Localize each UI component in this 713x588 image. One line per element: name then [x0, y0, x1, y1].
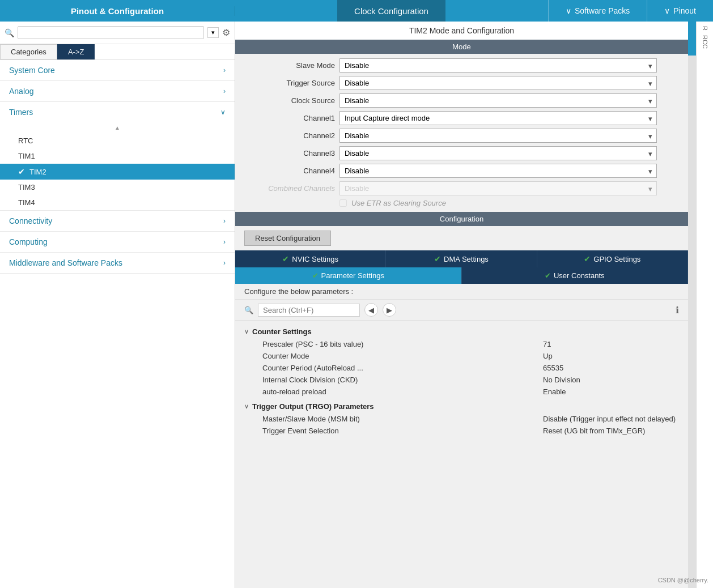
search-next-button[interactable]: ▶ [383, 303, 396, 317]
mode-section: Mode Slave Mode Disable ▾ [235, 40, 688, 212]
params-search-input[interactable] [258, 304, 360, 317]
use-etr-label: Use ETR as Clearing Source [351, 199, 446, 207]
clock-source-row: Clock Source Disable ▾ [244, 93, 679, 108]
channel3-select-wrapper: Disable ▾ [339, 146, 657, 160]
tab-parameter-settings[interactable]: ✔ Parameter Settings [235, 267, 462, 284]
search-icon: 🔍 [244, 306, 253, 314]
check-icon: ✔ [584, 254, 591, 263]
search-prev-button[interactable]: ◀ [364, 303, 378, 317]
section-timers-header[interactable]: Timers ∨ [0, 102, 235, 122]
section-connectivity: Connectivity › [0, 211, 235, 232]
section-analog: Analog › [0, 81, 235, 102]
sidebar-item-rtc[interactable]: RTC [0, 133, 235, 148]
channel1-row: Channel1 Input Capture direct mode ▾ [244, 111, 679, 125]
params-search-row: 🔍 ◀ ▶ ℹ [235, 300, 688, 321]
section-analog-header[interactable]: Analog › [0, 81, 235, 101]
chevron-right-icon: › [223, 217, 226, 225]
params-content: ∨ Counter Settings Prescaler (PSC - 16 b… [235, 321, 688, 588]
tab-nvic-settings[interactable]: ✔ NVIC Settings [235, 250, 386, 267]
clock-source-select[interactable]: Disable [339, 93, 657, 108]
channel1-select-wrapper: Input Capture direct mode ▾ [339, 111, 657, 125]
params-desc: Configure the below parameters : [235, 284, 688, 300]
tab-atoz[interactable]: A->Z [57, 44, 95, 59]
check-icon: ✔ [434, 254, 441, 263]
channel4-select-wrapper: Disable ▾ [339, 164, 657, 178]
channel4-select[interactable]: Disable [339, 164, 657, 178]
chevron-down-icon: ∨ [244, 328, 249, 335]
sidebar-item-tim2[interactable]: ✔ TIM2 [0, 164, 235, 180]
section-system-core-header[interactable]: System Core › [0, 60, 235, 80]
check-icon: ✔ [545, 271, 551, 280]
trigger-output-header[interactable]: ∨ Trigger Output (TRGO) Parameters [235, 400, 688, 413]
software-packs-tab[interactable]: ∨ Software Packs [548, 0, 647, 22]
trigger-output-group: ∨ Trigger Output (TRGO) Parameters Maste… [235, 400, 688, 437]
mode-header-bar: Mode [235, 40, 688, 54]
pinout-config-title: Pinout & Configuration [0, 6, 235, 16]
top-header: Pinout & Configuration Clock Configurati… [0, 0, 713, 22]
channel1-select[interactable]: Input Capture direct mode [339, 111, 657, 125]
config-section: Configuration Reset Configuration ✔ NVIC… [235, 212, 688, 588]
category-tabs: Categories A->Z [0, 44, 235, 60]
scrollbar-thumb [688, 22, 696, 56]
main-content: 🔍 ▾ ⚙ Categories A->Z System Core › [0, 22, 713, 588]
channel4-label: Channel4 [244, 167, 335, 175]
sidebar-item-tim4[interactable]: TIM4 [0, 195, 235, 210]
tab-dma-settings[interactable]: ✔ DMA Settings [386, 250, 537, 267]
tab-gpio-settings[interactable]: ✔ GPIO Settings [537, 250, 688, 267]
config-tabs-row1: ✔ NVIC Settings ✔ DMA Settings ✔ GPIO Se… [235, 250, 688, 267]
channel2-row: Channel2 Disable ▾ [244, 129, 679, 143]
right-panel-content: TIM2 Mode and Configuration Mode Slave M… [235, 22, 688, 588]
check-icon: ✔ [312, 271, 319, 280]
use-etr-row: Use ETR as Clearing Source [339, 199, 679, 207]
far-right-label-r: R [702, 26, 708, 31]
search-dropdown-arrow[interactable]: ▾ [207, 27, 219, 38]
config-tabs-row2: ✔ Parameter Settings ✔ User Constants [235, 267, 688, 284]
section-computing-header[interactable]: Computing › [0, 232, 235, 252]
pinout-tab[interactable]: ∨ Pinout [647, 0, 713, 22]
search-input[interactable] [18, 26, 204, 39]
chevron-right-icon: › [223, 87, 226, 95]
far-right-label-rcc: RCC [702, 35, 708, 49]
section-middleware: Middleware and Software Packs › [0, 253, 235, 274]
channel3-select[interactable]: Disable [339, 146, 657, 160]
param-clock-division-row: Internal Clock Division (CKD) No Divisio… [235, 374, 688, 386]
sidebar: 🔍 ▾ ⚙ Categories A->Z System Core › [0, 22, 235, 588]
combined-channels-select[interactable]: Disable [339, 181, 657, 195]
trigger-source-select[interactable]: Disable [339, 76, 657, 90]
section-middleware-header[interactable]: Middleware and Software Packs › [0, 253, 235, 273]
clock-config-tab[interactable]: Clock Configuration [337, 0, 446, 22]
combined-channels-row: Combined Channels Disable ▾ [244, 181, 679, 195]
header-right-tabs: ∨ Software Packs ∨ Pinout [548, 0, 713, 22]
search-icon: 🔍 [5, 28, 14, 37]
expand-indicator: ▲ [0, 122, 235, 133]
search-row: 🔍 ▾ ⚙ [0, 22, 235, 44]
reset-configuration-button[interactable]: Reset Configuration [244, 231, 331, 246]
chevron-right-icon: › [223, 66, 226, 74]
far-right-panel: R RCC [696, 22, 713, 588]
tab-categories[interactable]: Categories [0, 44, 57, 59]
param-prescaler-row: Prescaler (PSC - 16 bits value) 71 [235, 338, 688, 350]
channel3-row: Channel3 Disable ▾ [244, 146, 679, 160]
header-center: Clock Configuration [235, 0, 548, 22]
config-header-bar: Configuration [235, 212, 688, 226]
slave-mode-select-wrapper: Disable ▾ [339, 58, 657, 73]
section-connectivity-header[interactable]: Connectivity › [0, 211, 235, 231]
sidebar-item-tim3[interactable]: TIM3 [0, 180, 235, 195]
watermark: CSDN @@cherry. [658, 577, 708, 583]
section-system-core: System Core › [0, 60, 235, 81]
channel2-label: Channel2 [244, 131, 335, 140]
combined-channels-label: Combined Channels [244, 184, 335, 193]
channel1-label: Channel1 [244, 114, 335, 122]
channel2-select[interactable]: Disable [339, 129, 657, 143]
sidebar-item-tim1[interactable]: TIM1 [0, 148, 235, 164]
channel3-label: Channel3 [244, 149, 335, 157]
slave-mode-select[interactable]: Disable [339, 58, 657, 73]
tab-user-constants[interactable]: ✔ User Constants [462, 267, 689, 284]
right-panel-scrollbar[interactable] [688, 22, 696, 588]
combined-channels-select-wrapper: Disable ▾ [339, 181, 657, 195]
counter-settings-header[interactable]: ∨ Counter Settings [235, 325, 688, 338]
gear-icon[interactable]: ⚙ [222, 27, 230, 38]
use-etr-checkbox[interactable] [339, 199, 347, 207]
check-icon: ✔ [18, 167, 25, 176]
counter-settings-group: ∨ Counter Settings Prescaler (PSC - 16 b… [235, 325, 688, 398]
